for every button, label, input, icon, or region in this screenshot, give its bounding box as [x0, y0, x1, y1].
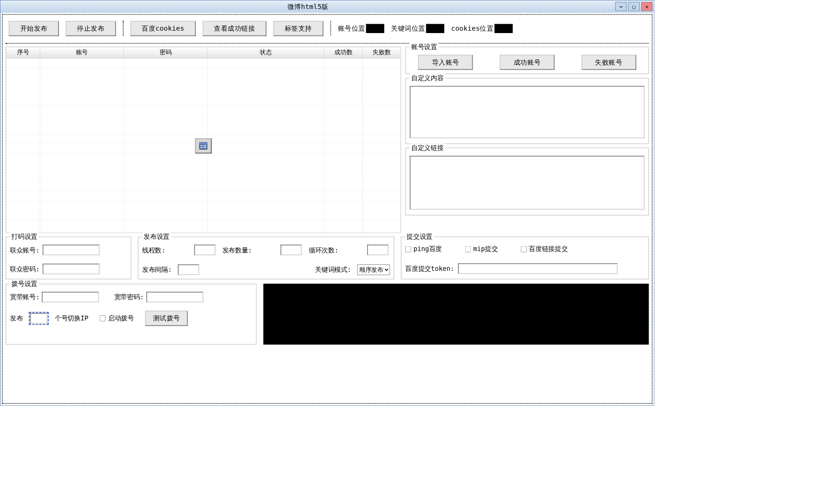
captcha-settings-group: 打码设置 联众账号: 联众密码: [6, 237, 131, 279]
table-placeholder-icon [195, 138, 212, 153]
close-button[interactable]: ✕ [641, 2, 652, 11]
custom-content-group: 自定义内容 [406, 78, 649, 144]
accounts-table[interactable]: 序号 账号 密码 状态 成功数 失败数 [6, 47, 401, 233]
submit-settings-group: 提交设置 ping百度 mip提交 百度链接提交 百度提交token: [401, 237, 649, 279]
cookies-position-swatch[interactable] [494, 24, 513, 33]
svg-rect-1 [200, 143, 207, 144]
threads-label: 线程数: [142, 245, 189, 254]
captcha-settings-title: 打码设置 [10, 233, 39, 242]
col-fail-count[interactable]: 失败数 [363, 47, 401, 58]
custom-links-group: 自定义链接 [406, 148, 649, 215]
loop-count-label: 循环次数: [309, 245, 362, 254]
import-account-button[interactable]: 导入账号 [418, 55, 473, 70]
baidu-cookies-button[interactable]: 百度cookies [130, 21, 195, 36]
publish-settings-group: 发布设置 线程数: 发布数量: 循环次数: 发布间隔: 关键词模式: 顺序发布 [138, 237, 394, 279]
baidu-token-label: 百度提交token: [405, 264, 454, 273]
switch-ip-count-input[interactable] [30, 313, 48, 324]
account-settings-title: 账号设置 [410, 42, 439, 51]
publish-count-input[interactable] [280, 244, 302, 255]
broadband-account-input[interactable] [42, 292, 99, 302]
svg-rect-3 [203, 145, 206, 146]
dial-settings-group: 拨号设置 宽带账号: 宽带密码: 发布 个号切换IP [6, 284, 256, 344]
enable-dial-checkbox[interactable]: 启动拨号 [100, 314, 134, 323]
broadband-password-input[interactable] [146, 292, 203, 302]
window-title: 微博html5版 [0, 2, 615, 11]
baidu-token-input[interactable] [458, 263, 618, 274]
custom-content-title: 自定义内容 [410, 74, 445, 83]
threads-input[interactable] [194, 244, 215, 255]
cookies-position-label: cookies位置 [451, 24, 512, 33]
success-account-button[interactable]: 成功账号 [500, 55, 555, 70]
account-position-swatch[interactable] [366, 24, 384, 33]
separator [330, 21, 331, 36]
svg-rect-4 [200, 147, 203, 148]
account-position-label: 账号位置 [338, 24, 384, 33]
titlebar: 微博html5版 — ▢ ✕ [0, 0, 654, 13]
col-password[interactable]: 密码 [124, 47, 207, 58]
captcha-account-label: 联众账号: [10, 245, 40, 254]
captcha-password-input[interactable] [42, 264, 100, 275]
col-index[interactable]: 序号 [6, 47, 40, 58]
mip-submit-checkbox[interactable]: mip提交 [465, 244, 498, 253]
col-status[interactable]: 状态 [208, 47, 325, 58]
col-account[interactable]: 账号 [40, 47, 124, 58]
start-publish-button[interactable]: 开始发布 [9, 21, 59, 36]
interval-input[interactable] [178, 264, 199, 275]
interval-label: 发布间隔: [142, 265, 172, 274]
keyword-mode-label: 关键词模式: [315, 265, 351, 274]
switch-ip-prefix: 发布 [10, 314, 23, 323]
baidu-link-submit-checkbox[interactable]: 百度链接提交 [521, 244, 568, 253]
tag-support-button[interactable]: 标签支持 [273, 21, 323, 36]
keyword-mode-select[interactable]: 顺序发布 [357, 264, 390, 275]
broadband-password-label: 宽带密码: [114, 293, 144, 302]
publish-settings-title: 发布设置 [142, 233, 171, 242]
publish-count-label: 发布数量: [222, 245, 275, 254]
col-success-count[interactable]: 成功数 [324, 47, 363, 58]
switch-ip-suffix: 个号切换IP [55, 314, 88, 323]
loop-count-input[interactable] [367, 244, 389, 255]
ping-baidu-checkbox[interactable]: ping百度 [405, 244, 442, 253]
keyword-position-swatch[interactable] [426, 24, 444, 33]
stop-publish-button[interactable]: 停止发布 [66, 21, 116, 36]
custom-links-title: 自定义链接 [410, 143, 445, 152]
captcha-account-input[interactable] [42, 244, 100, 255]
svg-rect-2 [200, 145, 203, 146]
broadband-account-label: 宽带账号: [10, 293, 40, 302]
custom-links-textarea[interactable] [410, 156, 644, 210]
toolbar: 开始发布 停止发布 百度cookies 查看成功链接 标签支持 账号位置 关键词… [6, 17, 649, 44]
captcha-password-label: 联众密码: [10, 265, 40, 274]
fail-account-button[interactable]: 失败账号 [581, 55, 636, 70]
svg-rect-5 [203, 147, 206, 148]
table-body[interactable] [6, 59, 401, 233]
maximize-button[interactable]: ▢ [628, 2, 640, 11]
log-output[interactable] [263, 284, 649, 344]
test-dial-button[interactable]: 测试拨号 [145, 311, 188, 326]
view-success-links-button[interactable]: 查看成功链接 [203, 21, 266, 36]
submit-settings-title: 提交设置 [405, 233, 434, 242]
keyword-position-label: 关键词位置 [391, 24, 444, 33]
account-settings-group: 账号设置 导入账号 成功账号 失败账号 [406, 47, 649, 74]
custom-content-textarea[interactable] [410, 86, 644, 138]
dial-settings-title: 拨号设置 [10, 279, 39, 288]
separator [123, 21, 124, 36]
minimize-button[interactable]: — [615, 2, 627, 11]
